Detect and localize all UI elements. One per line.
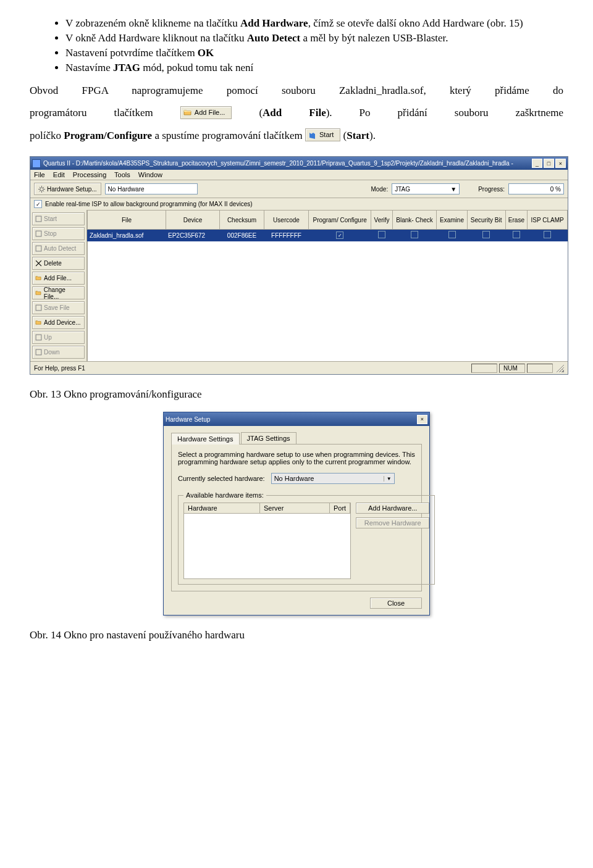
bullet-item: Nastavíme JTAG mód, pokud tomu tak není <box>65 62 563 74</box>
svg-rect-4 <box>36 305 41 311</box>
add-file-inline-label: Add File... <box>195 107 225 118</box>
dialog-title: Hardware Setup <box>166 416 210 423</box>
figure-caption-14: Obr. 14 Okno pro nastavení používaného h… <box>30 629 563 641</box>
col-server: Server <box>260 503 330 513</box>
folder-icon <box>183 109 192 116</box>
menu-processing[interactable]: Processing <box>73 171 106 178</box>
close-button[interactable]: × <box>555 159 566 168</box>
current-hardware-dropdown[interactable]: No Hardware ▼ <box>271 473 395 484</box>
hardware-list-header: Hardware Server Port <box>183 503 351 514</box>
col-header: File <box>88 211 166 230</box>
start-inline-label: Start <box>319 130 334 140</box>
dialog-close-button[interactable]: × <box>417 415 427 424</box>
realtime-isp-checkbox[interactable]: ✓ <box>34 200 42 208</box>
group-legend: Available hardware items: <box>183 491 266 499</box>
side-delete-button[interactable]: Delete <box>32 257 85 270</box>
menu-window[interactable]: Window <box>138 171 162 178</box>
mode-value: JTAG <box>395 186 410 193</box>
status-box <box>527 364 553 373</box>
status-num: NUM <box>499 364 525 373</box>
app-icon <box>32 159 41 168</box>
realtime-isp-row: ✓ Enable real-time ISP to allow backgrou… <box>30 198 568 210</box>
side-auto-detect-button[interactable]: Auto Detect <box>32 242 85 255</box>
bullet-item: V okně Add Hardware kliknout na tlačítku… <box>65 32 563 44</box>
cell-verify <box>371 230 392 241</box>
svg-rect-1 <box>36 216 41 222</box>
menu-edit[interactable]: Edit <box>53 171 65 178</box>
program-checkbox[interactable]: ✓ <box>336 232 343 239</box>
tab-jtag-settings[interactable]: JTAG Settings <box>241 432 296 444</box>
cell-examine <box>437 230 467 241</box>
side-start-button[interactable]: Start <box>32 212 85 225</box>
side-add-device-button[interactable]: Add Device... <box>32 316 85 329</box>
gear-icon <box>38 186 45 193</box>
svg-rect-2 <box>36 231 41 236</box>
statusbar: For Help, press F1 NUM <box>30 361 568 374</box>
col-header: Blank- Check <box>392 211 436 230</box>
svg-point-0 <box>40 187 44 191</box>
minimize-button[interactable]: _ <box>532 159 542 168</box>
file-grid: FileDeviceChecksumUsercodeProgram/ Confi… <box>87 210 568 241</box>
current-hardware-value: No Hardware <box>274 475 314 482</box>
hardware-setup-dialog: Hardware Setup × Hardware Settings JTAG … <box>163 412 430 616</box>
side-save-file-button[interactable]: Save File <box>32 301 85 314</box>
dialog-titlebar: Hardware Setup × <box>164 412 429 426</box>
cell-security <box>467 230 505 241</box>
blank-checkbox[interactable] <box>411 231 418 238</box>
menu-file[interactable]: File <box>34 171 45 178</box>
mode-label: Mode: <box>371 186 388 193</box>
verify-checkbox[interactable] <box>378 231 385 238</box>
remove-hardware-button[interactable]: Remove Hardware <box>356 517 429 528</box>
hardware-list[interactable] <box>183 514 351 579</box>
cell-device: EP2C35F672 <box>166 230 220 241</box>
toolbar: Hardware Setup... No Hardware Mode: JTAG… <box>30 180 568 198</box>
side-up-button[interactable]: Up <box>32 331 85 344</box>
menu-tools[interactable]: Tools <box>114 171 130 178</box>
maximize-button[interactable]: □ <box>544 159 554 168</box>
side-down-button[interactable]: Down <box>32 346 85 359</box>
svg-rect-6 <box>36 349 41 355</box>
close-button[interactable]: Close <box>370 598 422 609</box>
erase-checkbox[interactable] <box>513 231 520 238</box>
add-hardware-button[interactable]: Add Hardware... <box>356 503 429 514</box>
security-checkbox[interactable] <box>482 231 490 238</box>
table-row[interactable]: Zakladni_hradla.sof EP2C35F672 002F86EE … <box>88 230 568 241</box>
col-hardware: Hardware <box>184 503 260 513</box>
resize-grip[interactable] <box>555 364 564 372</box>
col-port: Port <box>330 503 350 513</box>
current-hardware-label: Currently selected hardware: <box>178 475 265 482</box>
cell-blank <box>392 230 436 241</box>
col-header: Device <box>166 211 220 230</box>
side-add-file-button[interactable]: Add File... <box>32 272 85 285</box>
cell-checksum: 002F86EE <box>220 230 264 241</box>
titlebar: Quartus II - D:/Martin/skola/A4B35SPS_St… <box>30 157 568 170</box>
isp-checkbox[interactable] <box>544 231 551 238</box>
start-inline-button[interactable]: Start <box>305 128 340 141</box>
dialog-description: Select a programming hardware setup to u… <box>178 451 415 465</box>
mode-dropdown[interactable]: JTAG ▼ <box>392 183 460 194</box>
paragraph: políčko Program/Configure a spustíme pro… <box>30 128 563 144</box>
tabs: Hardware Settings JTAG Settings <box>171 432 422 444</box>
cell-usercode: FFFFFFFF <box>264 230 309 241</box>
menubar: File Edit Processing Tools Window <box>30 170 568 180</box>
examine-checkbox[interactable] <box>448 231 456 238</box>
add-file-inline-button[interactable]: Add File... <box>180 106 232 119</box>
progress-label: Progress: <box>478 186 505 193</box>
hardware-setup-button[interactable]: Hardware Setup... <box>34 183 101 195</box>
cell-program: ✓ <box>309 230 371 241</box>
realtime-isp-label: Enable real-time ISP to allow background… <box>45 201 253 207</box>
chevron-down-icon: ▼ <box>450 186 456 193</box>
status-box <box>471 364 497 373</box>
col-header: Erase <box>505 211 528 230</box>
tab-hardware-settings[interactable]: Hardware Settings <box>171 433 240 444</box>
side-change-file-button[interactable]: Change File... <box>32 286 85 299</box>
bullet-item: Nastavení potvrdíme tlačítkem OK <box>65 47 563 59</box>
cell-file: Zakladni_hradla.sof <box>88 230 166 241</box>
cell-isp <box>528 230 568 241</box>
figure-caption-13: Obr. 13 Okno programování/konfigurace <box>30 388 563 401</box>
side-stop-button[interactable]: Stop <box>32 227 85 240</box>
col-header: Checksum <box>220 211 264 230</box>
svg-rect-3 <box>36 246 41 251</box>
col-header: Security Bit <box>467 211 505 230</box>
side-panel: StartStopAuto DetectDeleteAdd File...Cha… <box>30 210 87 361</box>
